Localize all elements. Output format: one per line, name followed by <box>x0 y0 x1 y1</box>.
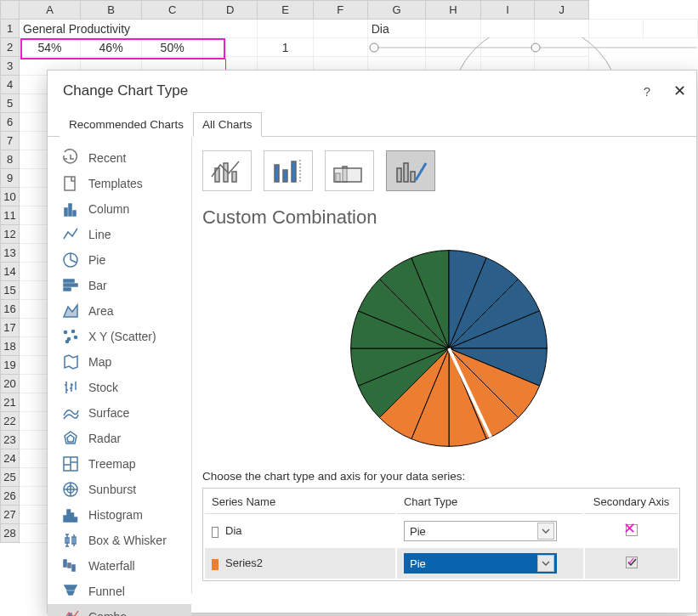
category-pie[interactable]: Pie <box>48 247 191 273</box>
series-row[interactable]: Series2Pie✓ <box>205 548 678 579</box>
pie-chart-icon <box>343 242 555 455</box>
row-header[interactable]: 16 <box>1 300 20 319</box>
row-header[interactable]: 21 <box>1 393 20 412</box>
col-header[interactable]: I <box>480 1 535 20</box>
category-boxwhisker[interactable]: Box & Whisker <box>48 528 191 553</box>
series-row[interactable]: DiaPie✕ <box>205 516 678 546</box>
row-header[interactable]: 19 <box>1 356 20 375</box>
tab-recommended-charts[interactable]: Recommended Charts <box>60 112 193 137</box>
category-map[interactable]: Map <box>48 349 191 375</box>
tab-all-charts[interactable]: All Charts <box>193 112 262 137</box>
cell[interactable]: General Productivity <box>20 20 203 38</box>
cell[interactable] <box>589 20 644 38</box>
cell[interactable] <box>535 20 589 38</box>
row-header[interactable]: 22 <box>1 412 20 431</box>
svg-point-2 <box>531 43 540 52</box>
category-label: Bar <box>88 279 107 292</box>
row-header[interactable]: 27 <box>1 506 20 524</box>
row-header[interactable]: 15 <box>1 281 20 300</box>
combo-subtype-custom[interactable] <box>386 150 435 191</box>
chart-type-select[interactable]: Pie <box>404 553 557 574</box>
category-templates[interactable]: Templates <box>48 171 191 196</box>
row-header[interactable]: 11 <box>1 206 20 225</box>
row-header[interactable]: 2 <box>1 38 20 57</box>
row-header[interactable]: 5 <box>1 94 20 113</box>
category-area[interactable]: Area <box>48 298 191 324</box>
category-combo[interactable]: Combo <box>48 604 191 616</box>
col-header[interactable]: J <box>535 1 589 20</box>
secondary-axis-checkbox[interactable]: ✕ <box>626 524 638 536</box>
cell[interactable] <box>480 20 535 38</box>
cell[interactable]: 50% <box>142 38 203 57</box>
col-header[interactable]: H <box>426 1 480 20</box>
col-header[interactable]: C <box>142 1 203 20</box>
row-header[interactable]: 6 <box>1 113 20 132</box>
category-label: Combo <box>88 610 127 616</box>
category-surface[interactable]: Surface <box>48 400 191 426</box>
cell[interactable] <box>644 20 698 38</box>
svg-point-14 <box>74 336 77 338</box>
col-header[interactable]: G <box>367 1 426 20</box>
svg-rect-8 <box>64 280 74 282</box>
category-waterfall[interactable]: Waterfall <box>48 553 191 579</box>
close-button[interactable]: ✕ <box>667 79 691 103</box>
row-header[interactable]: 25 <box>1 468 20 487</box>
category-treemap[interactable]: Treemap <box>48 451 191 477</box>
category-recent[interactable]: Recent <box>48 145 191 171</box>
row-header[interactable]: 17 <box>1 319 20 337</box>
row-header[interactable]: 7 <box>1 132 20 150</box>
category-scatter[interactable]: X Y (Scatter) <box>48 324 191 349</box>
col-header[interactable]: A <box>20 1 81 20</box>
col-header[interactable]: B <box>81 1 142 20</box>
category-stock[interactable]: Stock <box>48 375 191 400</box>
sunburst-icon <box>61 480 80 499</box>
col-header[interactable]: D <box>203 1 258 20</box>
category-bar[interactable]: Bar <box>48 273 191 298</box>
cell[interactable] <box>203 38 258 57</box>
combo-subtype-2[interactable] <box>264 150 313 191</box>
cell[interactable] <box>313 20 367 38</box>
row-header[interactable]: 9 <box>1 169 20 188</box>
row-header[interactable]: 28 <box>1 524 20 543</box>
row-header[interactable]: 14 <box>1 263 20 281</box>
select-all-corner[interactable] <box>1 1 20 20</box>
cell[interactable] <box>258 20 314 38</box>
chart-type-select[interactable]: Pie <box>404 521 557 541</box>
cell[interactable]: 54% <box>20 38 81 57</box>
cell[interactable]: 46% <box>81 38 142 57</box>
cell[interactable] <box>203 20 258 38</box>
cell[interactable]: Dia <box>367 20 426 38</box>
row-header[interactable]: 1 <box>1 20 20 38</box>
combo-subtype-3[interactable] <box>325 150 374 191</box>
category-sunburst[interactable]: Sunburst <box>48 477 191 502</box>
col-header[interactable]: F <box>313 1 367 20</box>
help-button[interactable]: ? <box>637 79 657 103</box>
series-table: Series Name Chart Type Secondary Axis Di… <box>202 488 680 581</box>
row-header[interactable]: 18 <box>1 337 20 356</box>
waterfall-icon <box>61 557 80 575</box>
row-header[interactable]: 26 <box>1 487 20 506</box>
row-header[interactable]: 10 <box>1 188 20 206</box>
row-header[interactable]: 12 <box>1 225 20 244</box>
category-column[interactable]: Column <box>48 196 191 222</box>
row-header[interactable]: 3 <box>1 57 20 76</box>
category-label: Sunburst <box>88 483 136 496</box>
category-funnel[interactable]: Funnel <box>48 579 191 604</box>
col-header[interactable]: E <box>258 1 314 20</box>
row-header[interactable]: 8 <box>1 150 20 169</box>
secondary-axis-checkbox[interactable]: ✓ <box>626 557 638 568</box>
row-header[interactable]: 20 <box>1 375 20 393</box>
radar-icon <box>61 429 80 448</box>
category-line[interactable]: Line <box>48 222 191 247</box>
row-header[interactable]: 24 <box>1 449 20 468</box>
cell[interactable]: 1 <box>258 38 314 57</box>
chart-type-value: Pie <box>410 525 426 538</box>
cell[interactable] <box>426 20 480 38</box>
combo-subtype-1[interactable] <box>202 150 252 191</box>
category-label: Stock <box>88 381 118 394</box>
row-header[interactable]: 13 <box>1 244 20 263</box>
row-header[interactable]: 4 <box>1 76 20 94</box>
row-header[interactable]: 23 <box>1 431 20 449</box>
category-radar[interactable]: Radar <box>48 426 191 451</box>
category-histogram[interactable]: Histogram <box>48 502 191 528</box>
